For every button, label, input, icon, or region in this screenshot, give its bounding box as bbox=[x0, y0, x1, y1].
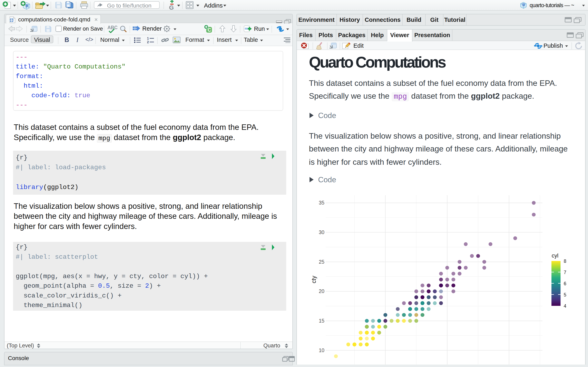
svg-text:R: R bbox=[25, 3, 29, 8]
svg-text:4: 4 bbox=[564, 303, 566, 309]
svg-text:6: 6 bbox=[564, 281, 566, 286]
svg-text:20: 20 bbox=[319, 288, 324, 294]
svg-text:8: 8 bbox=[564, 259, 566, 264]
svg-text:25: 25 bbox=[319, 259, 324, 265]
svg-text:35: 35 bbox=[319, 200, 324, 206]
svg-text:30: 30 bbox=[319, 229, 324, 235]
svg-text:7: 7 bbox=[564, 270, 566, 275]
svg-text:10: 10 bbox=[319, 347, 324, 353]
svg-text:cty: cty bbox=[311, 276, 317, 284]
svg-text:15: 15 bbox=[319, 318, 324, 324]
svg-text:1: 1 bbox=[147, 37, 149, 40]
svg-text:5: 5 bbox=[564, 292, 566, 298]
svg-text:2: 2 bbox=[147, 40, 149, 44]
svg-text:cyl: cyl bbox=[552, 253, 558, 259]
svg-text:R: R bbox=[522, 2, 525, 7]
